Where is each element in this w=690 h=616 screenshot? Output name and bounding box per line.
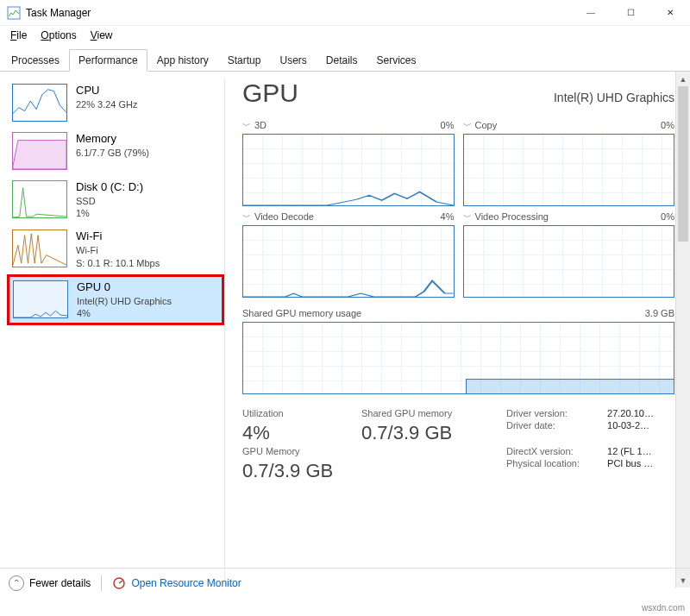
loc-label: Physical location: [506, 458, 600, 482]
fewer-details-link[interactable]: Fewer details [29, 577, 91, 589]
menu-options[interactable]: Options [35, 28, 81, 43]
smem-val: 0.7/3.9 GB [361, 422, 499, 444]
menubar: File Options View [0, 26, 690, 45]
window-title: Task Manager [26, 7, 91, 19]
perf-detail-pane: GPU Intel(R) UHD Graphics ﹀3D0% ﹀Copy0% … [225, 72, 690, 588]
chevron-down-icon[interactable]: ﹀ [463, 212, 472, 222]
cpu-sparkline [12, 84, 67, 122]
tab-app-history[interactable]: App history [147, 49, 218, 72]
sidebar-disk-sub1: SSD [76, 195, 219, 207]
sidebar-item-memory[interactable]: Memory 6.1/7.7 GB (79%) [7, 127, 224, 175]
gpu-name: Intel(R) UHD Graphics [554, 91, 674, 104]
sidebar-item-wifi[interactable]: Wi-Fi Wi-Fi S: 0.1 R: 10.1 Mbps [7, 224, 224, 273]
wifi-sparkline [12, 229, 67, 267]
sidebar-wifi-sub2: S: 0.1 R: 10.1 Mbps [76, 257, 219, 269]
shared-mem-max: 3.9 GB [645, 308, 674, 318]
watermark: wsxdn.com [642, 603, 685, 613]
maximize-button[interactable]: ☐ [611, 0, 650, 26]
chevron-down-icon[interactable]: ﹀ [242, 212, 251, 222]
loc-val: PCI bus … [607, 458, 668, 482]
sidebar-disk-title: Disk 0 (C: D:) [76, 180, 219, 195]
minimize-button[interactable]: — [571, 0, 611, 26]
sidebar-gpu-sub2: 4% [77, 307, 218, 319]
mini-videoproc-pct: 0% [661, 211, 674, 223]
gpu-stats: Utilization Shared GPU memory Driver ver… [242, 408, 674, 482]
open-resource-monitor-link[interactable]: Open Resource Monitor [131, 577, 241, 589]
sidebar-item-gpu[interactable]: GPU 0 Intel(R) UHD Graphics 4% [7, 274, 224, 325]
tab-strip: Processes Performance App history Startu… [0, 45, 690, 72]
chart-video-decode [242, 225, 455, 298]
tab-services[interactable]: Services [367, 49, 426, 72]
sidebar-cpu-sub: 22% 3.24 GHz [76, 98, 219, 110]
tab-users[interactable]: Users [270, 49, 316, 72]
memory-sparkline [12, 132, 67, 170]
svg-marker-1 [13, 141, 66, 169]
resource-monitor-icon [112, 576, 126, 590]
tab-startup[interactable]: Startup [218, 49, 271, 72]
sidebar-item-disk[interactable]: Disk 0 (C: D:) SSD 1% [7, 175, 224, 224]
smem-label: Shared GPU memory [361, 408, 499, 418]
footer: ⌃ Fewer details Open Resource Monitor [0, 568, 690, 597]
scroll-up-icon[interactable]: ▲ [676, 72, 690, 86]
drv-date-val: 10-03-2… [607, 420, 668, 444]
disk-sparkline [12, 180, 67, 218]
mini-3d-label[interactable]: 3D [254, 120, 267, 130]
sidebar-memory-title: Memory [76, 132, 219, 147]
separator [101, 575, 102, 591]
mini-videoproc-label[interactable]: Video Processing [475, 211, 549, 222]
tab-processes[interactable]: Processes [2, 49, 69, 72]
page-title: GPU [242, 79, 298, 108]
svg-line-3 [119, 581, 122, 583]
mini-copy-label[interactable]: Copy [475, 120, 498, 130]
chart-video-processing [463, 225, 675, 298]
drv-date-label: Driver date: [506, 420, 600, 444]
drv-ver-label: Driver version: [506, 408, 600, 418]
drv-ver-val: 27.20.10… [607, 408, 668, 418]
chevron-down-icon[interactable]: ﹀ [242, 121, 251, 130]
dx-val: 12 (FL 1… [607, 446, 668, 456]
chart-3d [242, 134, 455, 206]
shared-mem-label: Shared GPU memory usage [242, 308, 361, 318]
titlebar: Task Manager — ☐ ✕ [0, 0, 690, 26]
mini-videodecode-pct: 4% [441, 211, 455, 223]
app-icon [7, 6, 21, 20]
sidebar-cpu-title: CPU [76, 84, 219, 98]
util-val: 4% [242, 422, 354, 444]
vertical-scrollbar[interactable]: ▲ ▼ [675, 72, 690, 588]
chevron-up-icon[interactable]: ⌃ [9, 575, 24, 591]
menu-view[interactable]: View [85, 28, 118, 43]
gmem-val: 0.7/3.9 GB [242, 460, 354, 482]
chevron-down-icon[interactable]: ﹀ [463, 121, 472, 130]
mini-3d-pct: 0% [441, 120, 455, 132]
sidebar-memory-sub: 6.1/7.7 GB (79%) [76, 147, 219, 159]
perf-sidebar: CPU 22% 3.24 GHz Memory 6.1/7.7 GB (79%)… [0, 72, 224, 588]
tab-details[interactable]: Details [317, 49, 367, 72]
mini-videodecode-label[interactable]: Video Decode [254, 211, 314, 222]
dx-label: DirectX version: [506, 446, 600, 456]
close-button[interactable]: ✕ [650, 0, 690, 26]
gpu-sparkline [13, 280, 68, 318]
util-label: Utilization [242, 408, 354, 418]
sidebar-gpu-sub1: Intel(R) UHD Graphics [77, 295, 218, 307]
scroll-thumb[interactable] [678, 86, 688, 242]
sidebar-wifi-sub1: Wi-Fi [76, 244, 219, 256]
gmem-label: GPU Memory [242, 446, 354, 456]
sidebar-gpu-title: GPU 0 [77, 280, 218, 295]
sidebar-wifi-title: Wi-Fi [76, 229, 219, 244]
chart-copy [463, 134, 675, 206]
tab-performance[interactable]: Performance [69, 49, 147, 72]
menu-file[interactable]: File [5, 28, 32, 43]
sidebar-item-cpu[interactable]: CPU 22% 3.24 GHz [7, 79, 224, 127]
chart-shared-memory [242, 322, 674, 394]
sidebar-disk-sub2: 1% [76, 207, 219, 219]
mini-copy-pct: 0% [661, 120, 674, 132]
